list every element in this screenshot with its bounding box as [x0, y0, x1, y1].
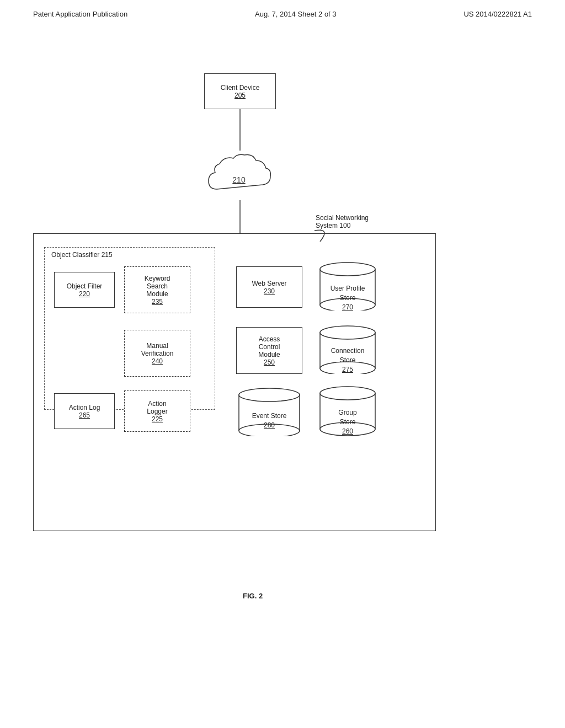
object-filter-ref: 220: [79, 290, 90, 298]
connection-store-label: ConnectionStore: [331, 347, 365, 364]
sns-label: Social Networking System 100: [316, 214, 369, 229]
diagram-container: Client Device 205 210 Social Networking …: [0, 18, 565, 652]
action-log-label: Action Log: [69, 404, 100, 411]
action-log-ref: 265: [79, 411, 90, 419]
figure-label: FIG. 2: [243, 592, 263, 600]
group-store-ref: 260: [342, 427, 353, 435]
action-log-box: Action Log 265: [54, 393, 115, 429]
sns-label-line1: Social Networking: [316, 214, 369, 222]
access-control-box: AccessControlModule 250: [236, 327, 302, 374]
connection-store-cylinder: ConnectionStore 275: [317, 324, 378, 374]
keyword-search-ref: 235: [152, 298, 163, 306]
event-store-ref: 280: [264, 421, 275, 429]
object-filter-label: Object Filter: [67, 282, 103, 290]
manual-verification-box: ManualVerification 240: [124, 330, 190, 377]
connection-store-ref: 275: [342, 366, 353, 373]
user-profile-store-label: User ProfileStore: [331, 285, 365, 302]
svg-point-13: [320, 387, 375, 400]
group-store-cylinder: GroupStore 260: [317, 385, 378, 437]
client-device-ref: 205: [234, 92, 246, 99]
manual-verification-ref: 240: [152, 357, 163, 365]
cloud-shape: 210: [203, 151, 275, 200]
web-server-box: Web Server 230: [236, 266, 302, 308]
svg-text:210: 210: [232, 175, 246, 184]
manual-verification-label: ManualVerification: [141, 342, 174, 357]
web-server-ref: 230: [264, 287, 275, 295]
object-filter-box: Object Filter 220: [54, 272, 115, 308]
svg-point-4: [320, 263, 375, 276]
client-device-label: Client Device: [221, 84, 260, 92]
page-header: Patent Application Publication Aug. 7, 2…: [0, 0, 565, 18]
svg-point-10: [239, 388, 300, 402]
keyword-search-label: KeywordSearchModule: [145, 275, 170, 298]
event-store-cylinder: Event Store 280: [236, 387, 302, 436]
action-logger-label: ActionLogger: [147, 400, 167, 415]
web-server-label: Web Server: [252, 280, 286, 287]
header-middle: Aug. 7, 2014 Sheet 2 of 3: [255, 10, 336, 18]
keyword-search-box: KeywordSearchModule 235: [124, 266, 190, 313]
user-profile-store-ref: 270: [342, 303, 353, 311]
header-right: US 2014/0222821 A1: [463, 10, 532, 18]
user-profile-store-cylinder: User ProfileStore 270: [317, 261, 378, 311]
svg-point-7: [320, 326, 375, 339]
action-logger-ref: 225: [152, 415, 163, 423]
event-store-label: Event Store: [252, 412, 287, 420]
action-logger-box: ActionLogger 225: [124, 390, 190, 432]
cloud-svg: 210: [203, 151, 275, 200]
group-store-label: GroupStore: [338, 409, 356, 426]
client-device-box: Client Device 205: [204, 73, 276, 109]
sns-label-line2: System 100: [316, 222, 369, 229]
obj-classifier-label: Object Classifier 215: [51, 251, 113, 259]
access-control-ref: 250: [264, 358, 275, 366]
header-left: Patent Application Publication: [33, 10, 127, 18]
access-control-label: AccessControlModule: [258, 335, 280, 358]
